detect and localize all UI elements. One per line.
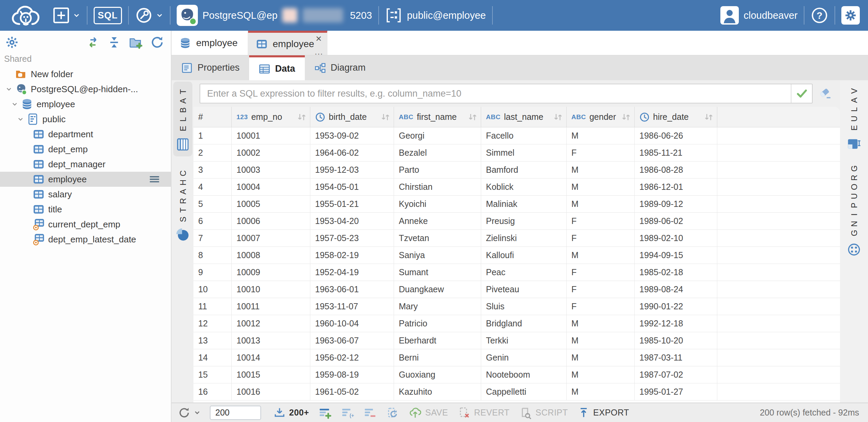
tree-item[interactable]: dept_emp — [0, 142, 171, 157]
data-cell[interactable]: 10006 — [232, 213, 310, 229]
clear-filter-eraser-icon[interactable] — [817, 86, 833, 101]
export-button[interactable]: EXPORT — [578, 407, 629, 419]
data-cell[interactable]: 1959-12-03 — [310, 161, 394, 178]
tab-employee-database[interactable]: employee — [172, 31, 248, 55]
data-cell[interactable]: Terkki — [481, 332, 567, 349]
tree-item[interactable]: title — [0, 202, 171, 217]
data-cell[interactable]: M — [567, 196, 635, 212]
tab-data[interactable]: Data — [249, 55, 305, 80]
data-cell[interactable]: Kalloufi — [481, 247, 567, 264]
auto-refresh-button[interactable] — [178, 406, 200, 419]
data-cell[interactable]: Kazuhito — [394, 383, 481, 400]
data-cell[interactable]: 1989-08-24 — [635, 281, 717, 298]
sync-connections-icon[interactable] — [86, 36, 100, 49]
data-cell[interactable]: F — [567, 144, 635, 161]
new-object-button[interactable] — [53, 7, 81, 24]
data-cell[interactable]: 10004 — [232, 179, 310, 195]
data-cell[interactable]: 10007 — [232, 230, 310, 247]
save-button[interactable]: SAVE — [409, 406, 448, 419]
data-cell[interactable]: M — [567, 127, 635, 144]
data-cell[interactable]: M — [567, 247, 635, 264]
column-header[interactable]: birth_date — [310, 107, 394, 127]
data-cell[interactable]: F — [567, 298, 635, 315]
data-cell[interactable]: 1986-12-01 — [635, 179, 717, 195]
add-row-button[interactable] — [318, 406, 331, 419]
data-cell[interactable]: 10003 — [232, 161, 310, 178]
data-cell[interactable]: 1954-05-01 — [310, 179, 394, 195]
data-cell[interactable]: Facello — [481, 127, 567, 144]
connection-selector[interactable]: PostgreSQL@ep5203 — [177, 5, 372, 26]
data-cell[interactable]: F — [567, 281, 635, 298]
sort-arrows-icon[interactable] — [468, 112, 477, 122]
tree-item[interactable]: salary — [0, 187, 171, 202]
data-cell[interactable]: 1990-01-22 — [635, 298, 717, 315]
data-cell[interactable]: 1953-09-02 — [310, 127, 394, 144]
script-button[interactable]: SCRIPT — [519, 406, 568, 419]
data-cell[interactable]: Sluis — [481, 298, 567, 315]
navigator-settings-gear-icon[interactable] — [5, 35, 19, 50]
row-menu-icon[interactable] — [148, 173, 161, 185]
presentation-tab-charts[interactable]: CHARTS — [173, 163, 192, 247]
data-cell[interactable]: 10011 — [232, 298, 310, 315]
new-folder-icon[interactable] — [128, 35, 143, 50]
data-cell[interactable]: 1995-01-27 — [635, 383, 717, 400]
data-cell[interactable]: 1986-08-28 — [635, 161, 717, 178]
presentation-tab-table[interactable]: TABLE — [173, 82, 192, 156]
sort-arrows-icon[interactable] — [297, 112, 307, 122]
tree-item[interactable]: current_dept_emp — [0, 217, 171, 232]
data-cell[interactable]: F — [567, 230, 635, 247]
data-cell[interactable]: 1963-06-01 — [310, 281, 394, 298]
data-cell[interactable]: 1956-02-12 — [310, 349, 394, 366]
data-cell[interactable]: 1958-02-19 — [310, 247, 394, 264]
data-cell[interactable]: 1989-02-10 — [635, 230, 717, 247]
data-cell[interactable]: 10010 — [232, 281, 310, 298]
data-cell[interactable]: Maliniak — [481, 196, 567, 212]
tree-item[interactable]: employee — [0, 97, 171, 112]
data-cell[interactable]: Piveteau — [481, 281, 567, 298]
data-cell[interactable]: Preusig — [481, 213, 567, 229]
panel-tab-value[interactable]: VALUE — [847, 86, 861, 152]
data-cell[interactable]: Koblick — [481, 179, 567, 195]
tab-properties[interactable]: Properties — [172, 55, 249, 80]
tree-item[interactable]: New folder — [0, 67, 171, 82]
data-cell[interactable]: M — [567, 332, 635, 349]
data-cell[interactable]: Genin — [481, 349, 567, 366]
data-cell[interactable]: F — [567, 213, 635, 229]
sort-arrows-icon[interactable] — [704, 112, 714, 122]
data-cell[interactable]: 1985-11-21 — [635, 144, 717, 161]
data-cell[interactable]: 10014 — [232, 349, 310, 366]
data-cell[interactable]: Anneke — [394, 213, 481, 229]
data-cell[interactable]: 1987-07-02 — [635, 366, 717, 383]
panel-tab-grouping[interactable]: GROUPING — [847, 164, 861, 257]
data-cell[interactable]: M — [567, 315, 635, 332]
column-header[interactable]: hire_date — [635, 107, 717, 127]
data-cell[interactable]: 1989-09-12 — [635, 196, 717, 212]
data-cell[interactable]: 10012 — [232, 315, 310, 332]
collapse-all-icon[interactable] — [107, 36, 121, 49]
data-cell[interactable]: 10005 — [232, 196, 310, 212]
data-cell[interactable]: F — [567, 264, 635, 281]
data-cell[interactable]: Nooteboom — [481, 366, 567, 383]
data-cell[interactable]: Saniya — [394, 247, 481, 264]
data-cell[interactable]: Duangkaew — [394, 281, 481, 298]
data-cell[interactable]: 1985-10-20 — [635, 332, 717, 349]
user-avatar-icon[interactable] — [720, 6, 739, 25]
driver-tools-button[interactable] — [135, 6, 164, 24]
filter-input[interactable] — [200, 84, 791, 103]
schema-selector[interactable]: public@employee — [385, 7, 486, 24]
data-cell[interactable]: 1986-06-26 — [635, 127, 717, 144]
data-cell[interactable]: Zielinski — [481, 230, 567, 247]
data-cell[interactable]: Berni — [394, 349, 481, 366]
data-cell[interactable]: 1963-06-07 — [310, 332, 394, 349]
tab-diagram[interactable]: Diagram — [305, 55, 375, 80]
data-cell[interactable]: Mary — [394, 298, 481, 315]
tab-employee-table[interactable]: employee × … — [248, 31, 327, 55]
data-cell[interactable]: M — [567, 179, 635, 195]
data-cell[interactable]: 1961-05-02 — [310, 383, 394, 400]
data-cell[interactable]: 10008 — [232, 247, 310, 264]
fetch-size-input[interactable] — [210, 406, 261, 420]
chevron-down-icon[interactable] — [3, 85, 14, 93]
tree-item[interactable]: dept_emp_latest_date — [0, 232, 171, 247]
tree-item[interactable]: dept_manager — [0, 157, 171, 172]
data-cell[interactable]: 1952-04-19 — [310, 264, 394, 281]
